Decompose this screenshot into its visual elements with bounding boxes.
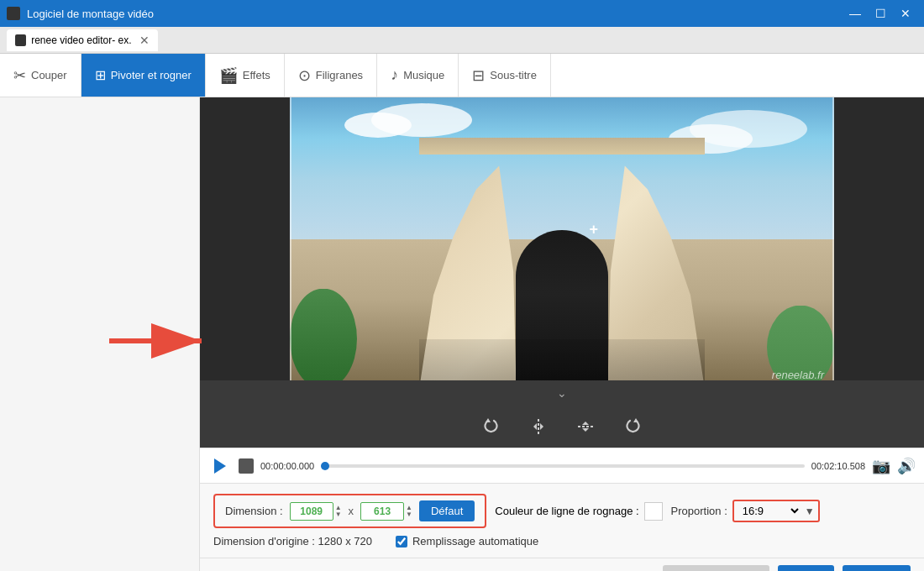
tab-favicon — [15, 34, 26, 46]
original-dimension: Dimension d'origine : 1280 x 720 — [213, 535, 372, 547]
tab-filigranes[interactable]: ⊙ Filigranes — [285, 54, 377, 97]
volume-icon[interactable]: 🔊 — [897, 457, 916, 475]
browser-tab-close[interactable]: ✕ — [139, 34, 150, 47]
tab-effets[interactable]: 🎬 Effets — [206, 54, 285, 97]
tab-pivoter-label: Pivoter et rogner — [111, 69, 192, 81]
close-button[interactable]: ✕ — [894, 3, 917, 24]
minimize-button[interactable]: — — [843, 3, 867, 24]
play-button[interactable] — [208, 454, 232, 478]
tab-sous-titre-label: Sous-titre — [490, 69, 537, 81]
effects-icon: 🎬 — [219, 66, 238, 85]
content-area: + reneelab.fr ⌄ — [200, 97, 924, 571]
flip-vertical-button[interactable] — [570, 411, 601, 442]
cancel-button[interactable]: Annuler — [843, 565, 911, 571]
action-row: Appliquer à tout OK Annuler — [200, 558, 924, 571]
subtitle-icon: ⊟ — [472, 66, 485, 85]
svg-marker-9 — [633, 418, 638, 422]
dimension-box: Dimension : ▲ ▼ x ▲ ▼ — [213, 494, 486, 528]
tab-couper[interactable]: ✂ Couper — [0, 54, 81, 97]
dimension-label: Dimension : — [225, 505, 283, 517]
timeline-area: 00:00:00.000 00:02:10.508 📷 🔊 — [200, 448, 924, 483]
rotate-right-button[interactable] — [617, 411, 648, 442]
crosshair: + — [589, 221, 598, 238]
svg-marker-8 — [582, 428, 589, 432]
tab-pivoter[interactable]: ⊞ Pivoter et rogner — [81, 54, 206, 97]
proportion-dropdown-icon[interactable]: ▼ — [801, 506, 818, 517]
proportion-select[interactable]: Libre 4:3 16:9 1:1 9:16 — [734, 501, 801, 521]
svg-marker-2 — [486, 418, 491, 422]
video-area: + reneelab.fr — [200, 97, 924, 380]
browser-tab-title: renee video editor- ex... — [31, 34, 131, 46]
sidebar — [0, 97, 200, 571]
tab-couper-label: Couper — [31, 69, 67, 81]
rotate-icon: ⊞ — [95, 67, 106, 83]
side-strip-left — [200, 97, 234, 380]
width-down-button[interactable]: ▼ — [335, 511, 342, 518]
default-button[interactable]: Défaut — [419, 500, 475, 521]
timeline-thumb — [321, 462, 329, 470]
side-strip-right — [890, 97, 924, 380]
tab-sous-titre[interactable]: ⊟ Sous-titre — [459, 54, 551, 97]
title-bar-title: Logiciel de montage vidéo — [27, 8, 154, 20]
app-icon — [7, 7, 20, 20]
flip-h-icon — [529, 417, 548, 436]
svg-marker-5 — [540, 423, 543, 430]
color-swatch[interactable] — [644, 502, 663, 521]
height-input[interactable] — [360, 502, 404, 521]
tab-effets-label: Effets — [243, 69, 270, 81]
maximize-button[interactable]: ☐ — [869, 3, 892, 24]
proportion-section: Proportion : Libre 4:3 16:9 1:1 9:16 ▼ — [671, 500, 820, 522]
auto-fill-wrap: Remplissage automatique — [396, 535, 538, 547]
flip-v-icon — [576, 417, 595, 436]
chevron-down-icon[interactable]: ⌄ — [557, 386, 567, 400]
rotation-controls — [200, 406, 924, 448]
crop-color-section: Couleur de ligne de rognage : — [495, 502, 662, 521]
video-watermark: reneelab.fr — [772, 369, 824, 381]
auto-fill-checkbox[interactable] — [396, 536, 407, 547]
music-icon: ♪ — [391, 66, 398, 84]
apply-all-button[interactable]: Appliquer à tout — [663, 565, 769, 571]
svg-marker-7 — [582, 422, 589, 425]
time-start: 00:00:00.000 — [260, 461, 314, 471]
browser-tab[interactable]: renee video editor- ex... ✕ — [7, 29, 158, 51]
tab-musique[interactable]: ♪ Musique — [377, 54, 459, 97]
tab-bar: ✂ Couper ⊞ Pivoter et rogner 🎬 Effets ⊙ … — [0, 54, 924, 97]
rotate-left-button[interactable] — [476, 411, 507, 442]
tab-filigranes-label: Filigranes — [316, 69, 363, 81]
title-bar-controls: — ☐ ✕ — [843, 3, 917, 24]
arc-top — [419, 138, 705, 155]
bottom-row1: Dimension : ▲ ▼ x ▲ ▼ — [213, 494, 911, 528]
auto-fill-label: Remplissage automatique — [412, 535, 538, 547]
crop-color-label: Couleur de ligne de rognage : — [495, 505, 638, 517]
scissors-icon: ✂ — [13, 66, 26, 85]
height-spinners: ▲ ▼ — [406, 505, 412, 518]
height-down-button[interactable]: ▼ — [406, 511, 412, 518]
browser-tab-bar: renee video editor- ex... ✕ — [0, 27, 924, 54]
arc-wrapper — [419, 138, 705, 381]
width-input[interactable] — [290, 502, 333, 521]
svg-marker-4 — [533, 423, 537, 430]
x-separator: x — [349, 505, 354, 517]
rotate-right-icon — [623, 417, 642, 436]
width-spinners: ▲ ▼ — [335, 505, 342, 518]
bottom-controls: Dimension : ▲ ▼ x ▲ ▼ — [200, 483, 924, 558]
play-triangle-icon — [214, 458, 226, 474]
bottom-row2: Dimension d'origine : 1280 x 720 Remplis… — [213, 535, 911, 547]
ok-button[interactable]: OK — [778, 565, 834, 571]
timeline-track[interactable] — [321, 464, 805, 468]
rotate-left-icon — [482, 417, 501, 436]
proportion-select-wrap: Libre 4:3 16:9 1:1 9:16 ▼ — [732, 500, 820, 522]
time-end: 00:02:10.508 — [811, 461, 865, 471]
arc-bottom — [419, 339, 705, 381]
filigranes-icon: ⊙ — [298, 66, 311, 85]
main-layout: + reneelab.fr ⌄ — [0, 97, 924, 571]
proportion-label: Proportion : — [671, 505, 727, 517]
stop-button[interactable] — [239, 458, 254, 474]
tab-musique-label: Musique — [403, 69, 444, 81]
flip-horizontal-button[interactable] — [523, 411, 554, 442]
title-bar: Logiciel de montage vidéo — ☐ ✕ — [0, 0, 924, 27]
camera-icon[interactable]: 📷 — [872, 457, 890, 475]
controls-row-top: ⌄ — [200, 380, 924, 406]
video-frame: + reneelab.fr — [290, 97, 834, 380]
cloud4 — [690, 110, 807, 148]
